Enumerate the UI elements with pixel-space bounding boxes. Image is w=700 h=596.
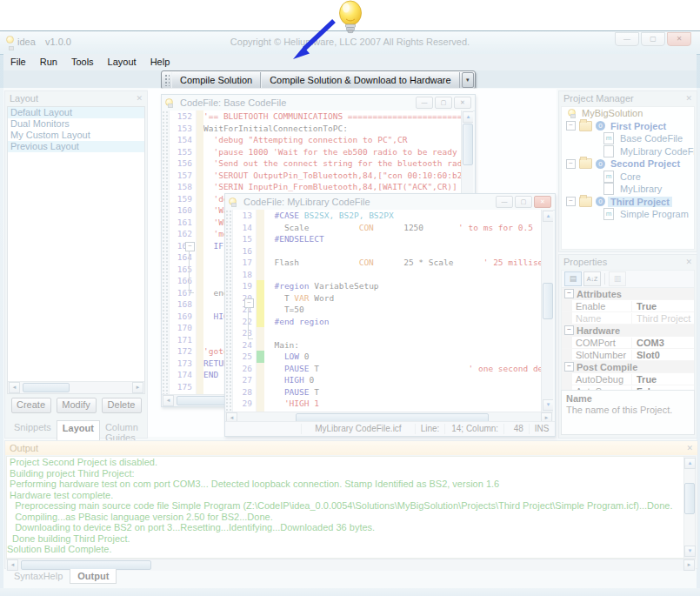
- property-value[interactable]: COM3: [632, 338, 694, 348]
- maximize-button[interactable]: ▢: [641, 32, 665, 46]
- code-line[interactable]: 'debug "Attempting connection to PC",CR: [203, 134, 461, 146]
- tree-item-base-codefile[interactable]: mBase CodeFile: [562, 132, 694, 145]
- output-vscrollbar[interactable]: ▲ ▼: [683, 456, 696, 559]
- code-line[interactable]: T=50: [264, 304, 541, 316]
- code-line[interactable]: Flash CON 25 * Scale ' 25 milliseconds: [264, 257, 541, 269]
- scroll-thumb[interactable]: [684, 483, 695, 514]
- menu-item-run[interactable]: Run: [33, 55, 64, 70]
- close-button[interactable]: ✕: [454, 97, 471, 109]
- code-line[interactable]: 'HIGH 1: [264, 398, 541, 410]
- tree-item-mybigsolution[interactable]: MyBigSolution: [562, 107, 694, 120]
- modify-button[interactable]: Modify: [57, 398, 97, 413]
- minimize-button[interactable]: —: [496, 196, 513, 208]
- close-icon[interactable]: ✕: [685, 94, 692, 103]
- category-expander-icon[interactable]: −: [564, 289, 574, 298]
- tree-item-third-project[interactable]: −0Third Project: [562, 196, 694, 209]
- tree-item-core[interactable]: mCore: [562, 171, 694, 184]
- code-line[interactable]: #CASE BS2SX, BS2P, BS2PX: [264, 210, 541, 222]
- property-row-enable[interactable]: EnableTrue: [562, 300, 694, 312]
- menu-item-layout[interactable]: Layout: [101, 55, 143, 70]
- code-line[interactable]: HIGH 0: [264, 374, 541, 386]
- code-line[interactable]: 'SEROUT OutputPin_ToBluetooth,84,["con 0…: [203, 170, 461, 182]
- property-category-attributes[interactable]: −Attributes: [562, 288, 694, 300]
- code-line[interactable]: T VAR Word: [264, 292, 541, 305]
- editor1-grip[interactable]: [162, 110, 170, 395]
- tab-syntaxhelp[interactable]: SyntaxHelp: [7, 569, 70, 584]
- scroll-right-icon[interactable]: ►: [132, 382, 143, 393]
- properties-grid[interactable]: −AttributesEnableTrueNameThird Project−H…: [561, 287, 695, 398]
- alphabetical-sort-button[interactable]: A↓Z: [583, 271, 601, 286]
- property-category-hardware[interactable]: −Hardware: [562, 325, 694, 337]
- editor1-title-bar[interactable]: CodeFile: Base CodeFile — ▢ ✕: [162, 95, 475, 111]
- tree-item-simple-program[interactable]: mSimple Program: [562, 208, 694, 221]
- scroll-up-icon[interactable]: ▲: [543, 211, 553, 222]
- layout-list-item-dual-monitors[interactable]: Dual Monitors: [8, 118, 144, 130]
- close-button[interactable]: ✕: [667, 32, 691, 46]
- close-icon[interactable]: ✕: [685, 258, 692, 266]
- minimize-button[interactable]: —: [416, 97, 433, 109]
- code-line[interactable]: PAUSE T: [264, 386, 541, 398]
- code-line[interactable]: PAUSE T ' one second delay: [264, 363, 541, 375]
- scroll-down-icon[interactable]: ▼: [684, 546, 696, 557]
- scroll-thumb[interactable]: [543, 283, 553, 319]
- code-line[interactable]: Scale CON 1250 ' to ms for 0.5: [264, 222, 541, 234]
- tree-item-first-project[interactable]: −0First Project: [562, 120, 694, 133]
- scroll-up-icon[interactable]: ▲: [684, 458, 696, 469]
- code-line[interactable]: 'SERIN InputPin_FromBluetooth,84,[WAIT("…: [203, 181, 461, 193]
- category-expander-icon[interactable]: −: [564, 325, 574, 335]
- code-line[interactable]: [264, 245, 541, 258]
- tree-expander-icon[interactable]: −: [566, 159, 576, 169]
- property-row-autodebug[interactable]: AutoDebugTrue: [562, 373, 694, 385]
- scroll-down-icon[interactable]: ▼: [543, 399, 553, 411]
- create-button[interactable]: Create: [11, 398, 51, 413]
- categorized-view-button[interactable]: ▤: [564, 271, 582, 286]
- scroll-thumb[interactable]: [463, 124, 473, 165]
- property-value[interactable]: Third Project: [632, 313, 694, 324]
- close-button[interactable]: ✕: [534, 196, 551, 208]
- property-row-comport[interactable]: COMPortCOM3: [562, 337, 694, 349]
- scroll-left-icon[interactable]: ◄: [9, 382, 20, 393]
- close-icon[interactable]: ✕: [136, 94, 143, 103]
- menu-item-help[interactable]: Help: [143, 55, 177, 70]
- code-line[interactable]: WaitForInitialConnectionToPC:: [203, 123, 461, 135]
- menu-item-file[interactable]: File: [3, 55, 33, 70]
- output-log[interactable]: Project Second Project is disabled. Buil…: [6, 456, 685, 559]
- toolbar-grip[interactable]: [164, 74, 170, 86]
- scroll-right-icon[interactable]: ►: [683, 559, 695, 571]
- editor2-grip[interactable]: [225, 210, 233, 412]
- tab-output[interactable]: Output: [70, 569, 117, 584]
- tree-item-mylibrary[interactable]: MyLibrary: [562, 183, 694, 196]
- close-icon[interactable]: ✕: [686, 444, 693, 452]
- code-line[interactable]: [264, 269, 541, 281]
- layout-list[interactable]: Default LayoutDual MonitorsMy Custom Lay…: [7, 106, 145, 394]
- compile-download-button[interactable]: Compile Solution & Download to Hardware: [261, 72, 460, 88]
- scroll-thumb[interactable]: [23, 383, 70, 392]
- delete-button[interactable]: Delete: [102, 398, 142, 413]
- code-line[interactable]: 'Send out the connect string for the blu…: [203, 157, 461, 170]
- scroll-up-icon[interactable]: ▲: [463, 111, 473, 123]
- compile-solution-button[interactable]: Compile Solution: [171, 72, 261, 88]
- tree-item-mylibrary-codefile[interactable]: MyLibrary CodeFile: [562, 145, 694, 158]
- toolbar-overflow-button[interactable]: ▾: [462, 72, 474, 88]
- editor2-vscrollbar[interactable]: ▲ ▼: [541, 210, 553, 412]
- property-value[interactable]: True: [632, 301, 694, 311]
- category-expander-icon[interactable]: −: [564, 362, 574, 372]
- maximize-button[interactable]: ▢: [515, 196, 532, 208]
- code-line[interactable]: [264, 327, 541, 339]
- code-line[interactable]: #region VariableSetup: [264, 280, 541, 292]
- layout-list-item-previous-layout[interactable]: Previous Layout: [8, 141, 144, 152]
- code-line[interactable]: '== BLUETOOTH COMMUNICATIONS ===========…: [203, 110, 461, 123]
- property-row-name[interactable]: NameThird Project: [562, 312, 694, 325]
- maximize-button[interactable]: ▢: [435, 97, 452, 109]
- property-value[interactable]: True: [632, 374, 694, 385]
- layout-list-item-my-custom-layout[interactable]: My Custom Layout: [8, 130, 144, 141]
- menu-item-tools[interactable]: Tools: [64, 55, 101, 70]
- property-value[interactable]: Slot0: [632, 350, 694, 360]
- tree-expander-icon[interactable]: −: [566, 197, 576, 206]
- project-tree[interactable]: MyBigSolution−0First ProjectmBase CodeFi…: [561, 106, 695, 250]
- minimize-button[interactable]: —: [615, 32, 639, 46]
- editor2-code-area[interactable]: #CASE BS2SX, BS2P, BS2PX Scale CON 1250 …: [264, 210, 541, 412]
- scroll-left-icon[interactable]: ◄: [163, 395, 174, 406]
- code-line[interactable]: LOW 0: [264, 351, 541, 363]
- code-line[interactable]: Main:: [264, 339, 541, 352]
